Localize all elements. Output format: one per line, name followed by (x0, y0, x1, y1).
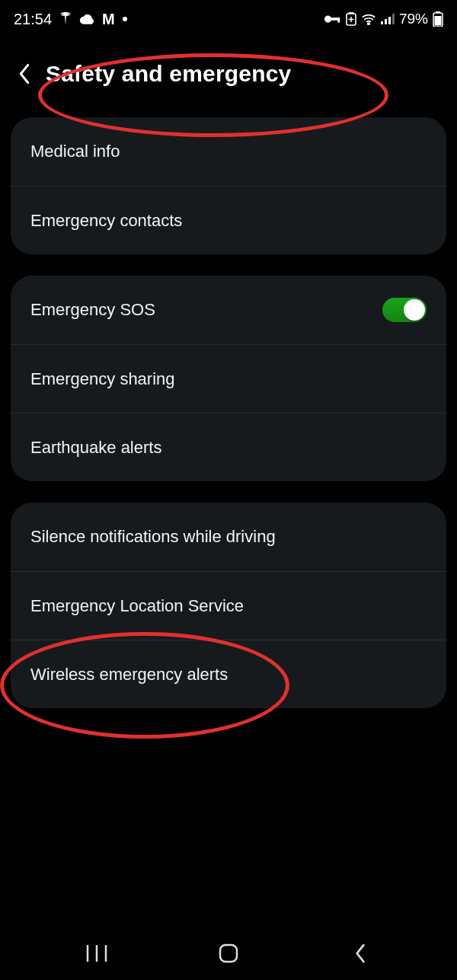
status-time: 21:54 (14, 11, 52, 28)
toggle-emergency-sos[interactable] (382, 298, 427, 322)
row-label: Silence notifications while driving (30, 527, 276, 547)
row-emergency-contacts[interactable]: Emergency contacts (11, 186, 446, 254)
page-header: Safety and emergency (0, 38, 457, 117)
tesla-icon (59, 12, 72, 26)
settings-group-2: Emergency SOS Emergency sharing Earthqua… (11, 276, 446, 481)
signal-icon (381, 14, 395, 24)
settings-group-1: Medical info Emergency contacts (11, 117, 446, 254)
cloud-icon (79, 14, 94, 24)
row-wireless-emergency-alerts[interactable]: Wireless emergency alerts (11, 640, 446, 708)
svg-rect-2 (337, 18, 340, 22)
home-icon (219, 943, 238, 963)
row-emergency-sos[interactable]: Emergency SOS (11, 276, 446, 344)
row-label: Emergency SOS (30, 300, 155, 320)
svg-rect-16 (220, 945, 237, 962)
chevron-left-icon (17, 63, 32, 85)
recents-button[interactable] (66, 934, 127, 972)
row-silence-driving[interactable]: Silence notifications while driving (11, 503, 446, 571)
status-right: 79% (324, 11, 443, 27)
home-button[interactable] (198, 934, 259, 972)
chevron-left-icon (353, 943, 367, 963)
gmail-m-icon: M (102, 11, 115, 28)
page-title: Safety and emergency (46, 61, 291, 87)
svg-rect-6 (381, 21, 383, 24)
battery-percentage: 79% (399, 11, 428, 27)
svg-rect-12 (435, 16, 442, 26)
row-medical-info[interactable]: Medical info (11, 117, 446, 186)
battery-icon (433, 11, 443, 27)
row-label: Earthquake alerts (30, 438, 161, 458)
settings-group-3: Silence notifications while driving Emer… (11, 503, 446, 708)
row-emergency-sharing[interactable]: Emergency sharing (11, 344, 446, 413)
row-label: Emergency contacts (30, 211, 182, 231)
row-label: Emergency sharing (30, 369, 175, 389)
status-bar: 21:54 M 79% (0, 0, 457, 38)
row-label: Emergency Location Service (30, 596, 244, 616)
svg-rect-4 (349, 12, 353, 14)
svg-rect-7 (385, 19, 387, 24)
recents-icon (86, 945, 107, 962)
nav-back-button[interactable] (330, 934, 391, 972)
wifi-icon (361, 13, 376, 25)
row-earthquake-alerts[interactable]: Earthquake alerts (11, 413, 446, 481)
svg-point-5 (368, 23, 370, 25)
battery-saver-icon (346, 12, 356, 26)
svg-rect-9 (392, 14, 395, 24)
back-button[interactable] (17, 63, 32, 85)
more-notifications-dot-icon (123, 17, 127, 21)
row-emergency-location-service[interactable]: Emergency Location Service (11, 571, 446, 640)
row-label: Wireless emergency alerts (30, 665, 228, 685)
vpn-key-icon (324, 14, 341, 24)
row-label: Medical info (30, 142, 120, 161)
svg-rect-8 (388, 17, 391, 24)
toggle-knob (404, 299, 425, 321)
status-left: 21:54 M (14, 11, 127, 28)
system-nav-bar (0, 927, 457, 980)
